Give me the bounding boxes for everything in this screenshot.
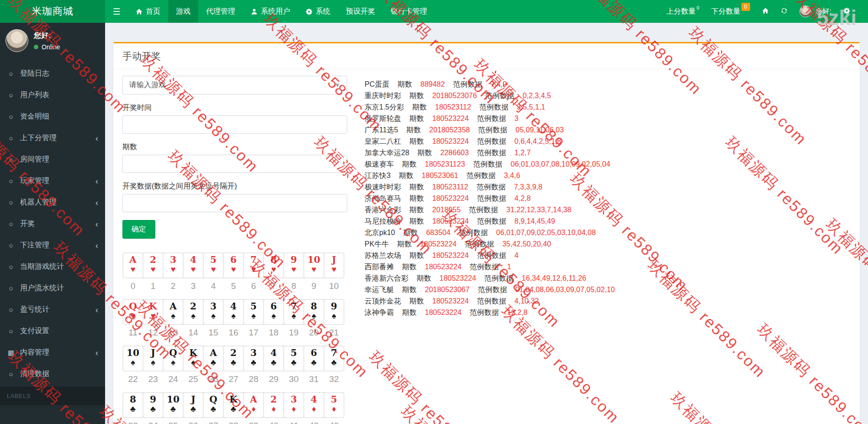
card-10-club[interactable]: 10♣: [164, 393, 183, 417]
card-index: 28: [244, 374, 263, 384]
card-A-heart[interactable]: A♥: [123, 253, 143, 277]
card-5-club[interactable]: 5♣: [284, 346, 303, 371]
card-index: 15: [204, 328, 223, 338]
sidebar-item-label: 玩家管理: [20, 176, 49, 186]
sidebar-toggle-icon[interactable]: ☰: [105, 0, 128, 23]
issue-number: 20180523076: [432, 92, 477, 99]
card-A-diamond[interactable]: A♦: [244, 393, 263, 417]
card-J-heart[interactable]: J♥: [324, 253, 344, 277]
club-icon: ♣: [164, 404, 183, 414]
card-3-club[interactable]: 3♣: [244, 346, 263, 371]
card-Q-spade[interactable]: Q♠: [164, 346, 183, 371]
sidebar-item-8[interactable]: ○开奖‹: [0, 213, 105, 235]
sidebar-item-13[interactable]: ○支付设置: [0, 320, 105, 342]
settings-icon-button[interactable]: [837, 0, 856, 23]
game-select[interactable]: 请输入游戏 ▼: [122, 76, 347, 94]
card-Q-heart[interactable]: Q♥: [123, 300, 143, 324]
up-score-button[interactable]: 上分数量0: [661, 0, 705, 23]
nav-item-7[interactable]: 银行卡管理: [383, 0, 435, 23]
card-J-club[interactable]: J♣: [184, 393, 203, 417]
card-K-club[interactable]: K♣: [224, 393, 243, 417]
sidebar-item-4[interactable]: ○上下分管理‹: [0, 127, 105, 149]
sidebar-item-6[interactable]: ○玩家管理‹: [0, 170, 105, 192]
card-5-diamond[interactable]: 5♦: [324, 393, 344, 417]
card-index: 17: [244, 328, 263, 338]
card-8-club[interactable]: 8♣: [123, 393, 143, 417]
sidebar-item-5[interactable]: ○房间管理: [0, 149, 105, 170]
issue-number: 180523224: [439, 274, 476, 282]
card-A-club[interactable]: A♣: [204, 346, 223, 371]
card-2-diamond[interactable]: 2♦: [264, 393, 283, 417]
card-4-club[interactable]: 4♣: [264, 346, 283, 371]
nav-item-2[interactable]: 游戏: [168, 0, 198, 23]
card-K-heart[interactable]: K♥: [143, 300, 163, 324]
card-Q-club[interactable]: Q♣: [204, 393, 223, 417]
user-menu[interactable]: 您好:: [794, 0, 837, 23]
card-9-club[interactable]: 9♣: [143, 393, 163, 417]
sidebar-item-9[interactable]: ○下注管理‹: [0, 235, 105, 256]
card-4-heart[interactable]: 4♥: [184, 253, 203, 277]
card-rank: 4: [184, 255, 203, 265]
sidebar-item-15[interactable]: ○清理数据: [0, 363, 105, 385]
sidebar-item-7[interactable]: ○机器人管理‹: [0, 192, 105, 213]
confirm-button[interactable]: 确定: [122, 220, 155, 239]
card-2-heart[interactable]: 2♥: [143, 253, 163, 277]
draw-data-input[interactable]: [122, 194, 347, 212]
card-5-spade[interactable]: 5♠: [244, 300, 263, 324]
sidebar-item-11[interactable]: ○用户流水统计: [0, 277, 105, 299]
card-7-heart[interactable]: 7♥: [244, 253, 263, 277]
issue-number: 180523224: [432, 297, 469, 305]
card-3-heart[interactable]: 3♥: [164, 253, 183, 277]
card-K-spade[interactable]: K♠: [184, 346, 203, 371]
sidebar-item-10[interactable]: ○当期游戏统计: [0, 256, 105, 277]
draw-data-label: 开奖数据(数据之间用英文逗号隔开): [122, 182, 347, 191]
card-4-diamond[interactable]: 4♦: [304, 393, 323, 417]
card-9-heart[interactable]: 9♥: [284, 253, 303, 277]
card-6-heart[interactable]: 6♥: [224, 253, 243, 277]
card-9-spade[interactable]: 9♠: [324, 300, 344, 324]
card-8-spade[interactable]: 8♠: [304, 300, 323, 324]
gear-icon: [843, 7, 850, 16]
issue-input[interactable]: [122, 155, 347, 173]
card-7-club[interactable]: 7♣: [324, 346, 344, 371]
heart-icon: ♥: [143, 265, 163, 274]
nav-item-5[interactable]: 系统: [298, 0, 338, 23]
game-row: 云顶炸金花期数180523224范例数据4,10,32: [365, 295, 623, 307]
sidebar-item-2[interactable]: ○用户列表: [0, 84, 105, 106]
card-J-spade[interactable]: J♠: [143, 346, 163, 371]
card-A-spade[interactable]: A♠: [164, 300, 183, 324]
nav-item-label: 预设开奖: [346, 7, 375, 16]
sample-data: 0,2,3,4,5: [523, 92, 551, 99]
home-icon-button[interactable]: [756, 0, 775, 23]
sidebar-item-14[interactable]: ▦内容管理‹: [0, 342, 105, 363]
sidebar-item-12[interactable]: ○盈亏统计‹: [0, 299, 105, 320]
main-menu: 首页游戏代理管理系统用户系统预设开奖银行卡管理: [128, 0, 435, 23]
card-2-spade[interactable]: 2♠: [184, 300, 203, 324]
sample-label: 范例数据: [476, 183, 506, 191]
card-6-spade[interactable]: 6♠: [264, 300, 283, 324]
sidebar-item-3[interactable]: ○资金明细: [0, 106, 105, 127]
nav-item-6[interactable]: 预设开奖: [338, 0, 383, 23]
brand-logo[interactable]: 米珈商城: [0, 0, 105, 23]
refresh-icon-button[interactable]: [775, 0, 794, 23]
nav-item-4[interactable]: 系统用户: [243, 0, 298, 23]
card-4-spade[interactable]: 4♠: [224, 300, 243, 324]
card-5-heart[interactable]: 5♥: [204, 253, 223, 277]
nav-item-3[interactable]: 代理管理: [198, 0, 243, 23]
card-3-spade[interactable]: 3♠: [204, 300, 223, 324]
card-8-heart[interactable]: 8♥: [264, 253, 283, 277]
draw-time-input[interactable]: [122, 115, 347, 134]
card-index: 0: [123, 281, 143, 291]
nav-item-1[interactable]: 首页: [128, 0, 168, 23]
card-7-spade[interactable]: 7♠: [284, 300, 303, 324]
card-10-heart[interactable]: 10♥: [304, 253, 323, 277]
sidebar-item-1[interactable]: ○登陆日志: [0, 63, 105, 84]
spade-icon: ♠: [164, 358, 183, 367]
nav-item-label: 系统: [316, 7, 330, 16]
card-2-club[interactable]: 2♣: [224, 346, 243, 371]
card-6-club[interactable]: 6♣: [304, 346, 323, 371]
card-index: 27: [224, 374, 243, 384]
down-score-button[interactable]: 下分数量0: [705, 0, 756, 23]
card-10-spade[interactable]: 10♠: [123, 346, 143, 371]
card-3-diamond[interactable]: 3♦: [284, 393, 303, 417]
